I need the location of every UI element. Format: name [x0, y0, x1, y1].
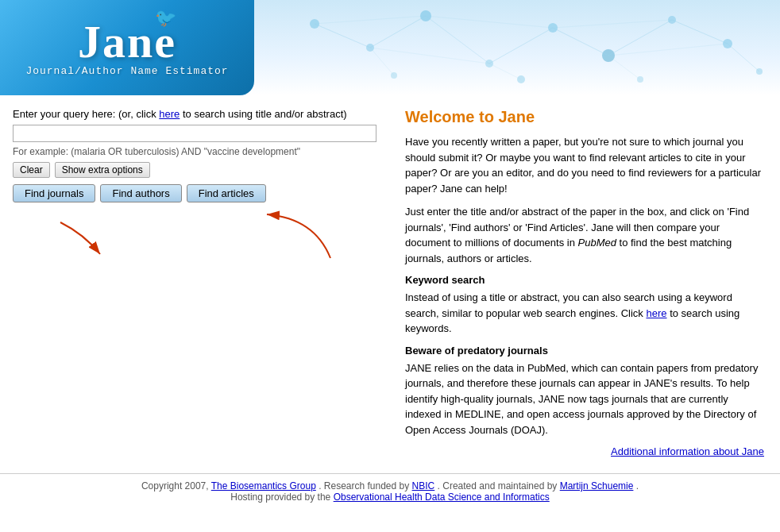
footer-funded: . Research funded by: [319, 480, 409, 492]
query-input[interactable]: [13, 125, 376, 142]
logo-bird-icon: 🐦: [155, 8, 176, 29]
svg-line-22: [426, 16, 553, 28]
svg-line-20: [315, 16, 426, 24]
find-authors-button[interactable]: Find authors: [100, 184, 181, 202]
svg-line-24: [489, 64, 521, 79]
left-panel: Enter your query here: (or, click here t…: [0, 95, 389, 457]
footer-observational-link[interactable]: Observational Health Data Science and In…: [334, 492, 550, 503]
svg-line-25: [608, 56, 640, 79]
clear-button[interactable]: Clear: [13, 162, 50, 178]
predatory-text: JANE relies on the data in PubMed, which…: [405, 360, 764, 438]
arrows-area: [13, 210, 376, 274]
svg-line-13: [370, 16, 426, 48]
footer-martijn-link[interactable]: Martijn Schuemie: [560, 480, 634, 492]
footer-hosting: Hosting provided by the: [230, 492, 330, 503]
svg-line-18: [672, 20, 728, 44]
svg-line-19: [728, 44, 759, 71]
svg-line-12: [315, 24, 370, 48]
find-articles-button[interactable]: Find articles: [187, 184, 266, 202]
main-content: Enter your query here: (or, click here t…: [0, 95, 780, 457]
svg-line-15: [489, 28, 553, 64]
welcome-intro: Have you recently written a paper, but y…: [405, 134, 764, 196]
page-header: 🐦 Jane Journal/Author Name Estimator: [0, 0, 780, 95]
arrows-svg: [13, 210, 386, 274]
example-text: For example: (malaria OR tuberculosis) A…: [13, 146, 376, 157]
footer-period: .: [636, 480, 639, 492]
additional-info-link[interactable]: Additional information about Jane: [611, 445, 764, 457]
keyword-title: Keyword search: [405, 274, 764, 286]
footer-created: . Created and maintained by: [438, 480, 558, 492]
svg-line-23: [370, 48, 394, 75]
keyword-link[interactable]: here: [646, 307, 666, 319]
welcome-body: Just enter the title and/or abstract of …: [405, 204, 764, 266]
page-footer: Copyright 2007, The Biosemantics Group .…: [0, 473, 780, 509]
svg-line-16: [553, 28, 608, 56]
footer-copyright: Copyright 2007,: [141, 480, 209, 492]
footer-nbic-link[interactable]: NBIC: [412, 480, 435, 492]
query-label: Enter your query here: (or, click here t…: [13, 108, 376, 120]
keyword-text: Instead of using a title or abstract, yo…: [405, 290, 764, 337]
additional-info-link-container: Additional information about Jane: [405, 445, 764, 457]
query-label-or: (or, click: [118, 108, 159, 120]
query-label-suffix: to search using title and/or abstract): [183, 108, 347, 120]
footer-biosemantics-link[interactable]: The Biosemantics Group: [211, 480, 316, 492]
button-row-1: Clear Show extra options: [13, 162, 376, 178]
header-background: [246, 0, 780, 95]
find-journals-button[interactable]: Find journals: [13, 184, 95, 202]
button-row-2: Find journals Find authors Find articles: [13, 184, 376, 202]
predatory-title: Beware of predatory journals: [405, 345, 764, 357]
logo-subtitle: Journal/Author Name Estimator: [25, 65, 228, 77]
welcome-title: Welcome to Jane: [405, 108, 764, 126]
query-label-prefix: Enter your query here:: [13, 108, 115, 120]
neural-network-svg: [246, 0, 780, 95]
query-label-link[interactable]: here: [159, 108, 180, 120]
right-panel: Welcome to Jane Have you recently writte…: [389, 95, 780, 457]
svg-line-26: [553, 20, 672, 28]
show-extra-options-button[interactable]: Show extra options: [55, 162, 150, 178]
logo-container: 🐦 Jane Journal/Author Name Estimator: [0, 0, 254, 95]
